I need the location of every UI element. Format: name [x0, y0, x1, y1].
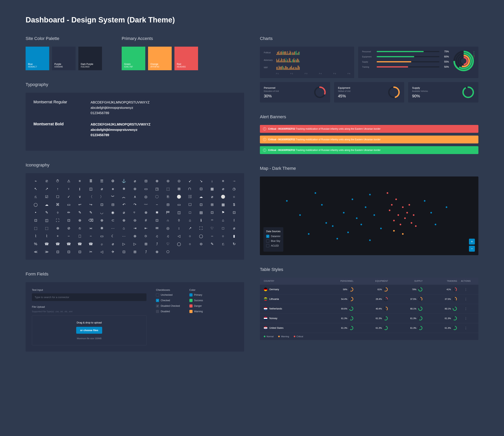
icon: ▭	[141, 187, 150, 191]
kpi-card: PersonnelEducation of Unit30%	[260, 82, 330, 102]
icon: ▷	[119, 242, 128, 246]
icon: ↙	[186, 179, 195, 183]
icon: ∩	[163, 218, 172, 223]
icon: ☎	[86, 242, 95, 246]
svg-text:P: P	[474, 51, 475, 53]
row-actions-button[interactable]: ⋮	[457, 297, 475, 301]
icon-grid: ⌁⎚⏱⚠≡≣☰⚙⚓⌀⊟⊕⊖⊙↙↘↓≡→↖↗↑♀⫿◫⌀⎈✵⊚▭◳⬚⊞⛫⊡▦⌀◷⎌☑…	[26, 173, 244, 260]
color-swatch: Blue#038AC7	[26, 47, 49, 70]
icon: 〇	[152, 194, 161, 199]
icon: ⛶	[53, 218, 62, 223]
section-table: Table Styles	[260, 267, 478, 272]
icon: ☎	[53, 242, 62, 246]
section-map: Map - Dark Theme	[260, 166, 478, 171]
font-bold-name: Montserrat Bold	[33, 122, 79, 138]
row-actions-button[interactable]: ⋮	[457, 307, 475, 311]
icon: %	[31, 242, 40, 246]
icon: ▷	[130, 242, 139, 246]
map-source-checkbox[interactable]: ✓	[266, 235, 269, 238]
section-forms: Form Fields	[26, 272, 244, 277]
icon: ⊡	[31, 218, 40, 223]
icon: ⊡	[64, 249, 73, 254]
icon: ⊡	[152, 218, 161, 223]
row-actions-button[interactable]: ⋮	[457, 326, 475, 330]
icon: ⇥	[130, 226, 139, 231]
icon: ⊡	[53, 249, 62, 254]
row-actions-button[interactable]: ⋮	[457, 317, 475, 320]
row-actions-button[interactable]: ⋮	[457, 288, 475, 291]
icon: ⌕	[97, 242, 106, 246]
icon: ◳	[152, 187, 161, 191]
icon: ⌔	[207, 218, 216, 223]
icon: →	[230, 179, 239, 183]
color-swatch: Orange#FF9F43	[148, 47, 172, 70]
map-container[interactable]: Data Sources ✓DataminrBlue SkyACLED + −	[260, 176, 478, 255]
icon: $	[230, 202, 239, 207]
icon: ≡	[75, 179, 84, 183]
upload-drag-text: Drag & drop to upload	[37, 321, 141, 324]
icon: ⇤	[141, 226, 150, 231]
icon: ◫	[174, 210, 184, 215]
icon: ↓	[207, 179, 216, 183]
svg-point-17	[463, 87, 473, 97]
icon: ○	[219, 234, 228, 238]
icon: ⎈	[108, 187, 117, 191]
data-table: COUNTRYPERSONNELEQUIPMENTSUPPLYTRAININGA…	[260, 278, 478, 340]
icon: ⊞	[207, 202, 216, 207]
icon: ⊕	[152, 249, 161, 254]
icon: ⊞	[130, 249, 139, 254]
icon: ◯	[31, 202, 40, 207]
icon: −	[64, 234, 73, 238]
color-chip	[189, 299, 193, 302]
icon: ⌇	[42, 234, 51, 238]
checkbox[interactable]: ✓	[156, 299, 159, 302]
icon: ⫘	[86, 226, 95, 231]
checkbox[interactable]	[156, 293, 159, 297]
icon: ∨	[75, 194, 84, 199]
icon: ◡	[97, 210, 106, 215]
icon: ⚠	[64, 179, 73, 183]
icon: ✎	[207, 242, 216, 246]
icon: ⊡	[196, 187, 205, 191]
icon: ⊕	[53, 226, 62, 231]
upload-dropzone[interactable]: Drag & drop to upload or choose files Ma…	[32, 315, 147, 345]
color-chip	[189, 293, 193, 297]
icon: ⚓	[119, 179, 128, 183]
icon: ⊕	[75, 218, 84, 223]
icon: ↻	[230, 242, 239, 246]
map-zoom-in-button[interactable]: +	[469, 239, 475, 245]
map-source-checkbox[interactable]	[266, 244, 269, 247]
icon: ⊚	[130, 187, 139, 191]
svg-text:E: E	[474, 53, 475, 55]
icon: ⚑	[219, 210, 228, 215]
icon: ⚪	[219, 194, 228, 199]
icon: ◎	[163, 226, 172, 231]
choose-files-button[interactable]: or choose files	[76, 327, 102, 334]
table-row: Netherlands69.6%40.4%80.1%80.1%⋮	[260, 304, 478, 313]
upload-max-note: Maximum file size 100MB	[37, 337, 141, 340]
icon: ✎	[42, 210, 51, 215]
icon: ✉	[152, 226, 161, 231]
icon: ▦	[219, 202, 228, 207]
icon: ◁	[174, 234, 184, 238]
map-source-checkbox[interactable]	[266, 239, 269, 243]
icon: ⊞	[174, 187, 184, 191]
icon: ⤴	[141, 249, 150, 254]
icon: ○	[186, 242, 195, 246]
icon: ⎋	[75, 226, 84, 231]
svg-text:T: T	[474, 57, 475, 59]
icon: 〉	[97, 194, 106, 199]
map-zoom-out-button[interactable]: −	[469, 246, 475, 252]
icon: ᯤ	[130, 210, 139, 215]
table-row: Lithuania54.4%28.4%37.5%37.5%⋮	[260, 294, 478, 304]
upload-hint: Supported File Type(s): .csv, .txt, .xls…	[32, 310, 147, 313]
table-row: United States61.3%61.3%61.3%61.3%⋮	[260, 323, 478, 333]
icon: ↷	[130, 202, 139, 207]
alert-icon: !	[263, 138, 266, 141]
search-input[interactable]	[32, 293, 147, 301]
icon: ↶	[119, 202, 128, 207]
icon: ︽	[119, 194, 128, 199]
icon: ✱	[152, 210, 161, 215]
icon: ⬚	[31, 226, 40, 231]
section-accents: Primary Accents	[122, 36, 198, 41]
